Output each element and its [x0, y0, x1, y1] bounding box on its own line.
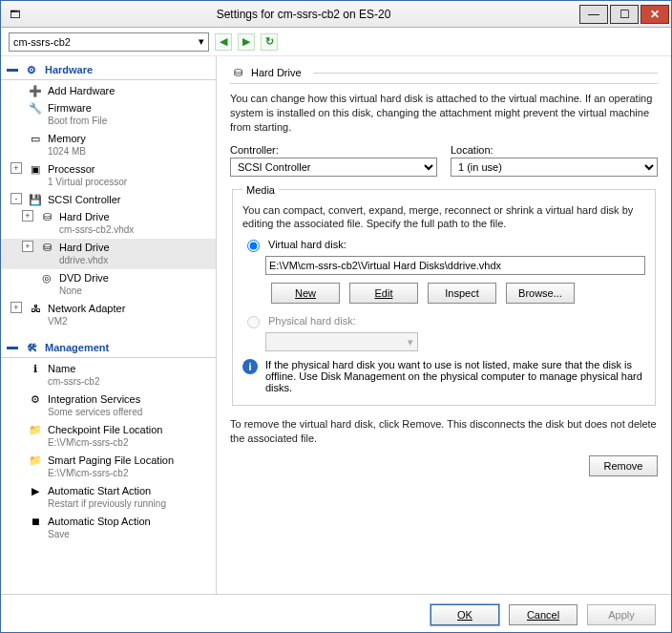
expander-icon[interactable]: +	[10, 162, 22, 174]
sidebar-item-label: Name	[48, 362, 75, 375]
hardware-header: ⚙ Hardware	[1, 60, 216, 80]
sidebar-item-hard-drive-1[interactable]: +⛁Hard Drivecm-ssrs-cb2.vhdx	[1, 208, 216, 239]
expander-icon[interactable]: -	[10, 193, 22, 204]
refresh-button[interactable]: ↻	[261, 33, 278, 51]
sidebar-item-label: Automatic Start Action	[48, 484, 151, 497]
sidebar-item-label: DVD Drive	[59, 271, 109, 285]
phd-radio	[247, 316, 260, 328]
sidebar-item-automatic-stop-action[interactable]: ⏹Automatic Stop ActionSave	[1, 513, 216, 543]
nav-forward-button[interactable]: ▶	[238, 33, 255, 51]
sidebar-item-sublabel: VM2	[28, 315, 214, 328]
apply-button[interactable]: Apply	[587, 604, 656, 625]
location-select[interactable]: 1 (in use)	[451, 158, 658, 177]
sidebar-item-label: Add Hardware	[48, 84, 115, 97]
sidebar-item-label: Smart Paging File Location	[48, 454, 174, 467]
sidebar-item-sublabel: ddrive.vhdx	[39, 254, 214, 267]
sidebar-item-label: Checkpoint File Location	[48, 423, 162, 436]
vm-selector[interactable]: cm-ssrs-cb2 ▾	[9, 32, 209, 52]
settings-window: 🗔 Settings for cm-ssrs-cb2 on ES-20 — ☐ …	[0, 0, 672, 633]
sidebar-item-network-adapter[interactable]: +🖧Network AdapterVM2	[1, 300, 216, 330]
vm-selector-value: cm-ssrs-cb2	[13, 36, 71, 48]
sidebar-item-automatic-start-action[interactable]: ▶Automatic Start ActionRestart if previo…	[1, 482, 216, 513]
firmware-icon: 🔧	[28, 101, 43, 115]
automatic-start-action-icon: ▶	[28, 484, 43, 497]
sidebar-item-hard-drive-2[interactable]: +⛁Hard Driveddrive.vhdx	[1, 239, 216, 269]
sidebar-item-scsi-controller[interactable]: -💾SCSI Controller	[1, 191, 216, 208]
sidebar-item-sublabel: Save	[28, 528, 214, 541]
media-group: Media You can compact, convert, expand, …	[232, 184, 656, 407]
dialog-footer: OK Cancel Apply	[1, 594, 671, 633]
checkpoint-file-location-icon: 📁	[28, 423, 43, 436]
media-description: You can compact, convert, expand, merge,…	[242, 203, 645, 232]
vhd-radio[interactable]	[247, 240, 260, 252]
phd-radio-label: Physical hard disk:	[268, 315, 356, 327]
toolbar: cm-ssrs-cb2 ▾ ◀ ▶ ↻	[1, 28, 671, 56]
automatic-stop-action-icon: ⏹	[28, 515, 43, 528]
info-icon: i	[242, 359, 258, 374]
minimize-button[interactable]: —	[579, 5, 608, 24]
sidebar-item-sublabel: None	[39, 285, 214, 298]
sidebar-item-memory[interactable]: ▭Memory1024 MB	[1, 130, 216, 160]
media-legend: Media	[242, 184, 279, 196]
sidebar-item-sublabel: E:\VM\cm-ssrs-cb2	[28, 436, 214, 450]
sidebar-item-firmware[interactable]: 🔧FirmwareBoot from File	[1, 99, 216, 130]
main-panel: ⛁ Hard Drive You can change how this vir…	[217, 56, 671, 594]
sidebar-item-integration-services[interactable]: ⚙Integration ServicesSome services offer…	[1, 390, 216, 421]
expander-icon[interactable]: +	[22, 241, 33, 252]
hard-drive-1-icon: ⛁	[39, 210, 54, 223]
sidebar-item-sublabel: 1024 MB	[28, 145, 214, 158]
integration-services-icon: ⚙	[28, 392, 43, 406]
vhd-path-input[interactable]	[265, 256, 645, 275]
app-icon: 🗔	[1, 9, 28, 20]
sidebar: ⚙ Hardware ➕Add Hardware🔧FirmwareBoot fr…	[1, 56, 217, 594]
expander-icon[interactable]: +	[10, 302, 22, 313]
close-button[interactable]: ✕	[640, 5, 669, 24]
maximize-button[interactable]: ☐	[610, 5, 639, 24]
browse-button[interactable]: Browse...	[506, 283, 575, 304]
sidebar-item-processor[interactable]: +▣Processor1 Virtual processor	[1, 160, 216, 191]
new-button[interactable]: New	[271, 283, 340, 304]
remove-button[interactable]: Remove	[589, 455, 658, 476]
sidebar-item-smart-paging-file-location[interactable]: 📁Smart Paging File LocationE:\VM\cm-ssrs…	[1, 452, 216, 482]
management-icon: 🛠	[24, 341, 39, 354]
sidebar-item-label: SCSI Controller	[48, 193, 120, 206]
ok-button[interactable]: OK	[430, 604, 499, 625]
inspect-button[interactable]: Inspect	[428, 283, 496, 304]
sidebar-item-checkpoint-file-location[interactable]: 📁Checkpoint File LocationE:\VM\cm-ssrs-c…	[1, 421, 216, 452]
processor-icon: ▣	[28, 162, 43, 176]
hardware-header-label: Hardware	[45, 64, 93, 75]
sidebar-item-name[interactable]: ℹNamecm-ssrs-cb2	[1, 360, 216, 390]
sidebar-item-label: Network Adapter	[48, 302, 125, 315]
smart-paging-file-location-icon: 📁	[28, 454, 43, 467]
titlebar: 🗔 Settings for cm-ssrs-cb2 on ES-20 — ☐ …	[1, 1, 671, 28]
pane-description: You can change how this virtual hard dis…	[230, 92, 658, 135]
controller-select[interactable]: SCSI Controller	[230, 158, 437, 177]
scsi-controller-icon: 💾	[28, 193, 43, 206]
sidebar-item-add-hardware[interactable]: ➕Add Hardware	[1, 82, 216, 99]
sidebar-item-sublabel: cm-ssrs-cb2.vhdx	[39, 223, 214, 237]
nav-back-button[interactable]: ◀	[215, 33, 232, 51]
controller-label: Controller:	[230, 144, 437, 156]
hard-drive-icon: ⛁	[230, 66, 245, 79]
sidebar-item-sublabel: Some services offered	[28, 406, 214, 419]
sidebar-item-sublabel: Restart if previously running	[28, 497, 214, 511]
cancel-button[interactable]: Cancel	[509, 604, 578, 625]
remove-description: To remove the virtual hard disk, click R…	[230, 417, 658, 446]
location-label: Location:	[451, 144, 658, 156]
sidebar-item-label: Hard Drive	[59, 241, 110, 254]
hardware-tree: ➕Add Hardware🔧FirmwareBoot from File▭Mem…	[1, 80, 216, 338]
sidebar-item-sublabel: Boot from File	[28, 115, 214, 128]
management-header: 🛠 Management	[1, 338, 216, 358]
sidebar-item-sublabel: 1 Virtual processor	[28, 176, 214, 189]
sidebar-item-label: Firmware	[48, 101, 92, 115]
name-icon: ℹ	[28, 362, 43, 375]
pane-title: Hard Drive	[251, 67, 302, 78]
sidebar-item-sublabel: E:\VM\cm-ssrs-cb2	[28, 467, 214, 480]
sidebar-item-label: Hard Drive	[59, 210, 110, 223]
network-adapter-icon: 🖧	[28, 302, 43, 315]
edit-button[interactable]: Edit	[349, 283, 418, 304]
expander-icon[interactable]: +	[22, 210, 33, 222]
hardware-icon: ⚙	[24, 63, 39, 76]
sidebar-item-dvd-drive[interactable]: ◎DVD DriveNone	[1, 269, 216, 300]
management-tree: ℹNamecm-ssrs-cb2⚙Integration ServicesSom…	[1, 358, 216, 551]
